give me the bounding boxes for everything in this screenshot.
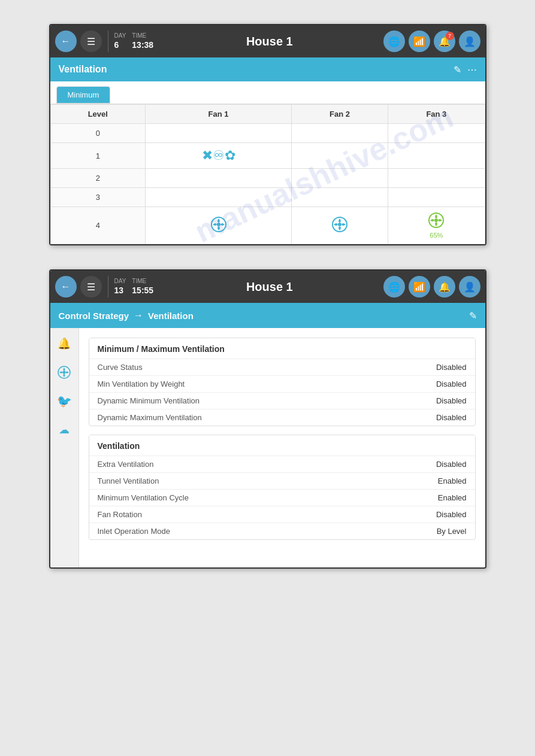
time-label-2: TIME (132, 277, 153, 285)
time-label: TIME (132, 32, 153, 40)
fan3-cell (388, 124, 485, 143)
sidebar-fan-icon[interactable] (55, 363, 74, 382)
cs-section-minmax: Minimum / Maximum Ventilation Curve Stat… (89, 338, 476, 426)
fan2-cell (291, 169, 388, 188)
wifi-button[interactable]: 📶 (409, 31, 430, 52)
notification-button-2[interactable]: 🔔 (434, 276, 455, 297)
datetime-day: DAY 6 (114, 32, 126, 50)
row-label: Min Ventilation by Weight (98, 379, 185, 388)
cs-section1-title: Minimum / Maximum Ventilation (89, 338, 475, 359)
back-button-2[interactable]: ← (55, 276, 77, 297)
menu-button[interactable]: ☰ (80, 31, 102, 52)
day-label-2: DAY (114, 277, 126, 285)
level-cell: 3 (50, 188, 146, 207)
cs-row: Minimum Ventilation Cycle Enabled (89, 489, 475, 506)
breadcrumb-arrow: → (134, 310, 143, 321)
row-value: Disabled (436, 460, 467, 469)
col-header-level: Level (50, 105, 146, 124)
more-icon[interactable]: ⋯ (467, 64, 477, 75)
fan-svg-3-green (428, 212, 445, 229)
svg-point-3 (338, 223, 341, 226)
datetime-time: TIME 13:38 (132, 32, 153, 50)
day-label: DAY (114, 32, 126, 40)
row-value: Enabled (438, 476, 467, 485)
row-label: Dynamic Minimum Ventilation (98, 396, 200, 405)
cs-row: Curve Status Disabled (89, 359, 475, 375)
row-value: Disabled (436, 396, 467, 405)
level-cell: 2 (50, 169, 146, 188)
globe-button[interactable]: 🌐 (383, 31, 405, 52)
table-row: 1 ✖♾✿ (50, 143, 485, 169)
fan3-cell: 65% (388, 207, 485, 244)
cs-main: Minimum / Maximum Ventilation Curve Stat… (79, 328, 485, 567)
back-button[interactable]: ← (55, 31, 77, 52)
breadcrumb-header: Control Strategy → Ventilation ✎ (50, 303, 485, 328)
cs-row: Tunnel Ventilation Enabled (89, 472, 475, 489)
row-label: Curve Status (98, 363, 143, 372)
fan-icon: ✖♾ (202, 148, 225, 163)
breadcrumb-part2: Ventilation (148, 311, 194, 321)
table-row: 3 (50, 188, 485, 207)
screen2: ← ☰ DAY 13 TIME 15:55 House 1 🌐 📶 🔔 👤 Co… (49, 269, 486, 569)
level-cell: 0 (50, 124, 146, 143)
divider-2 (108, 276, 108, 297)
level-cell: 4 (50, 207, 146, 244)
cs-section-ventilation: Ventilation Extra Ventilation Disabled T… (89, 435, 476, 540)
fan3-cell (388, 188, 485, 207)
sidebar-fan-svg (58, 366, 71, 379)
ventilation-table: Level Fan 1 Fan 2 Fan 3 0 1 ✖♾✿ (50, 104, 485, 244)
svg-point-7 (63, 371, 66, 374)
fan1-cell (146, 124, 292, 143)
row-value: Disabled (436, 510, 467, 519)
cs-row: Min Ventilation by Weight Disabled (89, 375, 475, 392)
settings-button-2[interactable]: 👤 (459, 276, 480, 297)
fan2-cell (291, 188, 388, 207)
svg-point-1 (217, 223, 220, 226)
sidebar-cloud-icon[interactable]: ☁ (55, 420, 74, 439)
row-label: Tunnel Ventilation (98, 476, 159, 485)
fan-spin-icon: ✿ (225, 148, 235, 163)
menu-button-2[interactable]: ☰ (80, 276, 102, 297)
fan-percent: 65% (391, 232, 482, 239)
table-container: manualshhive.com Level Fan 1 Fan 2 Fan 3… (50, 104, 485, 244)
datetime-day-2: DAY 13 (114, 277, 126, 296)
globe-button-2[interactable]: 🌐 (383, 276, 405, 297)
col-header-fan3: Fan 3 (388, 105, 485, 124)
row-value: Disabled (436, 413, 467, 422)
sidebar-bird-icon[interactable]: 🐦 (55, 391, 74, 411)
screen-title-2: House 1 (159, 280, 379, 294)
wifi-button-2[interactable]: 📶 (409, 276, 430, 297)
fan3-cell (388, 169, 485, 188)
fan2-cell (291, 124, 388, 143)
datetime-time-2: TIME 15:55 (132, 277, 153, 296)
day-value-2: 13 (114, 285, 126, 296)
fan2-cell (291, 207, 388, 244)
cs-row: Inlet Operation Mode By Level (89, 523, 475, 539)
row-label: Inlet Operation Mode (98, 527, 170, 536)
cs-row: Fan Rotation Disabled (89, 506, 475, 523)
row-value: Disabled (436, 363, 467, 372)
svg-point-5 (434, 218, 438, 222)
ventilation-title: Ventilation (59, 64, 107, 75)
topbar-1: ← ☰ DAY 6 TIME 13:38 House 1 🌐 📶 🔔 7 👤 (50, 25, 485, 57)
col-header-fan2: Fan 2 (291, 105, 388, 124)
row-label: Minimum Ventilation Cycle (98, 493, 189, 502)
row-label: Dynamic Maximum Ventilation (98, 413, 202, 422)
tab-row: Minimum (50, 81, 485, 104)
edit-icon[interactable]: ✎ (454, 64, 461, 75)
tab-minimum[interactable]: Minimum (56, 86, 111, 104)
ventilation-header: Ventilation ✎ ⋯ (50, 57, 485, 81)
row-value: By Level (437, 527, 467, 536)
fan1-cell (146, 207, 292, 244)
divider (108, 31, 108, 52)
breadcrumb-edit-icon[interactable]: ✎ (469, 310, 477, 321)
fan2-cell (291, 143, 388, 169)
sidebar-bell-icon[interactable]: 🔔 (55, 334, 74, 353)
header-icons: ✎ ⋯ (454, 64, 477, 75)
time-value-2: 15:55 (132, 285, 153, 296)
cs-sidebar: 🔔 🐦 ☁ (50, 328, 79, 567)
table-row: 4 (50, 207, 485, 244)
settings-button[interactable]: 👤 (459, 31, 480, 52)
notification-button[interactable]: 🔔 7 (434, 31, 455, 52)
breadcrumb-part1: Control Strategy (59, 311, 129, 321)
